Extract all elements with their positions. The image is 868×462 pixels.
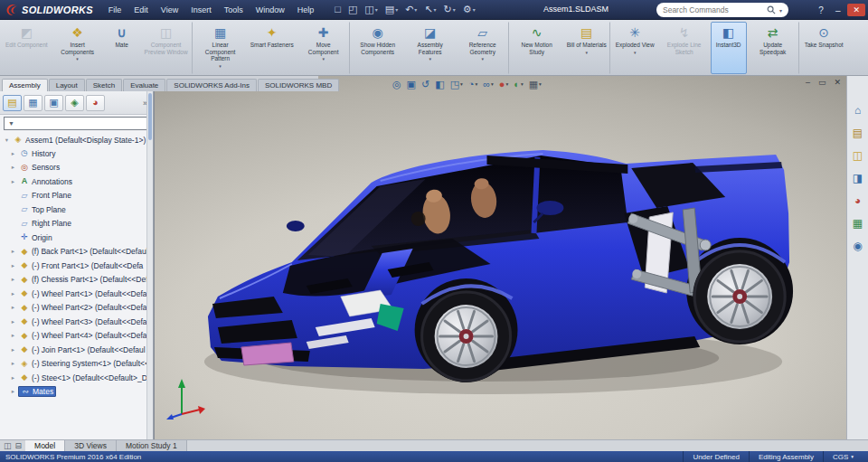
panel-tab[interactable] [3,95,22,111]
status-item[interactable]: Editing Assembly [749,451,823,462]
menu-item[interactable]: Help [291,3,321,17]
quick-tool-button[interactable]: ▾ [382,5,401,14]
scrollbar-thumb[interactable] [148,93,152,140]
command-tab[interactable]: SOLIDWORKS MBD [258,79,339,91]
ribbon-button[interactable]: Insert Components ▾ [52,22,104,74]
task-pane-tab[interactable] [849,169,866,186]
tree-item[interactable]: ▸ Front Plane [0,189,146,203]
status-item[interactable]: Under Defined [683,451,749,462]
tree-item[interactable]: ▸ History [0,146,146,161]
tree-item[interactable]: ▸ (-) Join Part<1> (Default<<Defaul [0,343,146,357]
menu-item[interactable]: Insert [184,3,218,17]
graphics-viewport[interactable]: ▾ ▾ ▾ ▾ ▾ ▾ ▾ [154,76,846,439]
tree-item[interactable]: ▸ (-) Steering System<1> (Default<< [0,357,146,372]
ribbon-button[interactable]: Mate ▾ [104,22,140,74]
expander-icon[interactable]: ▸ [9,262,17,269]
tree-item[interactable]: ▸ (-) Wheel Part<4> (Default<<Defa [0,329,146,344]
panel-tab[interactable] [65,95,84,111]
menu-item[interactable]: Window [250,3,291,17]
view-tab[interactable]: 3D Views [65,440,117,451]
ribbon-button[interactable]: Explode Line Sketch ▾ [658,22,711,74]
panel-tab[interactable] [24,95,42,111]
menu-item[interactable]: File [102,3,128,17]
ribbon-button[interactable]: Bill of Materials ▾ [563,22,610,74]
minimize-button[interactable]: – [831,5,845,15]
hud-button[interactable]: ▾ [449,80,464,90]
search-icon[interactable] [767,5,776,14]
tree-item[interactable]: ▸ (f) Chessis Part<1> (Default<<Def [0,273,146,288]
rear-wheel[interactable] [693,250,787,344]
quick-tool-button[interactable]: ▾ [440,5,459,14]
ribbon-button[interactable]: Instant3D ▾ [711,22,747,74]
expander-icon[interactable]: ▸ [9,164,17,171]
hud-button[interactable]: ▾ [467,80,478,90]
quick-tool-button[interactable]: ▾ [420,5,439,14]
expander-icon[interactable]: ▾ [3,137,11,144]
ribbon-button[interactable]: Linear Component Pattern ▾ [194,22,247,74]
search-commands-box[interactable]: ▾ [656,3,788,17]
ribbon-button[interactable]: Move Component ▾ [297,22,350,74]
tree-root-item[interactable]: ▾ Assem1 (Default<Display State-1>) [0,133,146,146]
view-tab[interactable]: Motion Study 1 [117,440,187,451]
panel-tab[interactable] [44,95,63,111]
doc-close-button[interactable]: ✕ [834,78,841,87]
view-tab[interactable]: Model [25,440,65,451]
hud-button[interactable]: ▾ [392,80,402,90]
ribbon-button[interactable]: Smart Fasteners ▾ [247,22,297,74]
hud-button[interactable]: ▾ [406,80,417,90]
expander-icon[interactable]: ▸ [9,150,17,157]
expander-icon[interactable]: ▸ [9,360,17,367]
tree-item[interactable]: ▸ (-) Wheel Part<1> (Default<<Defa [0,287,146,301]
command-tab[interactable]: SOLIDWORKS Add-Ins [166,79,257,91]
hud-button[interactable]: ▾ [498,80,509,90]
ribbon-button[interactable]: Edit Component ▾ [2,22,52,74]
quick-tool-button[interactable]: ▾ [344,5,361,14]
ribbon-button[interactable]: Update Speedpak ▾ [747,22,799,74]
tree-item[interactable]: ▸ Sensors [0,161,146,175]
tree-item[interactable]: ▸ Origin [0,231,146,245]
task-pane-tab[interactable] [849,214,866,231]
command-tab[interactable]: Evaluate [123,79,165,91]
expander-icon[interactable]: ▸ [9,248,17,255]
tree-item[interactable]: ▸ (-) Wheel Part<2> (Default<<Defa [0,301,146,316]
quick-tool-button[interactable]: ▾ [361,5,381,14]
menu-item[interactable]: Edit [127,3,155,17]
tree-filter-input[interactable] [18,119,145,127]
task-pane-tab[interactable] [849,146,866,164]
doc-restore-button[interactable]: ▭ [818,78,826,87]
command-tab[interactable]: Sketch [86,79,122,91]
tree-item[interactable]: ▸ Mates [0,385,146,400]
help-button[interactable]: ? [814,5,828,15]
search-input[interactable] [663,5,763,14]
pane-splitter[interactable] [15,442,23,450]
ribbon-button[interactable]: Exploded View ▾ [612,22,658,74]
task-pane-tab[interactable] [849,192,866,209]
search-dropdown-icon[interactable]: ▾ [779,7,782,14]
ribbon-button[interactable]: Take Snapshot ▾ [801,22,847,74]
expander-icon[interactable]: ▸ [9,388,17,395]
expander-icon[interactable]: ▸ [9,346,17,354]
task-pane-tab[interactable] [849,124,866,141]
tree-item[interactable]: ▸ Right Plane [0,217,146,231]
command-tab[interactable]: Assembly [2,79,48,91]
front-wheel[interactable] [420,290,513,382]
doc-minimize-button[interactable]: – [806,78,810,87]
tree-item[interactable]: ▸ (-) Front Part<1> (Default<<Defa [0,259,146,273]
task-pane-tab[interactable] [849,237,866,254]
tree-item[interactable]: ▸ (-) Wheel Part<3> (Default<<Defa [0,315,146,329]
ribbon-button[interactable]: Assembly Features ▾ [404,22,457,74]
menu-item[interactable]: Tools [218,3,250,17]
close-button[interactable]: ✕ [847,4,865,16]
quick-tool-button[interactable]: ▾ [331,5,344,14]
tree-item[interactable]: ▸ (-) Stee<1> (Default<<Default>_D [0,371,146,385]
tree-item[interactable]: ▸ (f) Back Part<1> (Default<<Defaul [0,245,146,259]
expander-icon[interactable]: ▸ [9,276,17,283]
pane-splitter[interactable] [4,442,12,450]
ribbon-button[interactable]: Show Hidden Components ▾ [352,22,404,74]
hud-button[interactable]: ▾ [528,80,542,90]
tree-item[interactable]: ▸ Annotations [0,174,146,189]
expander-icon[interactable]: ▸ [9,178,17,185]
expander-icon[interactable]: ▸ [9,374,17,382]
menu-item[interactable]: View [155,3,184,17]
tree-item[interactable]: ▸ Top Plane [0,203,146,217]
